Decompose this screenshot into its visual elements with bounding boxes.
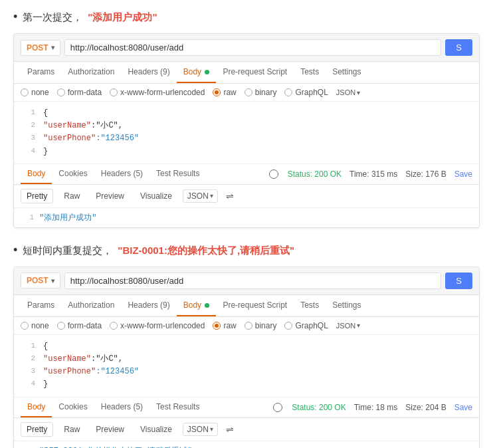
tab-body-1[interactable]: Body xyxy=(177,62,217,83)
radio-dot-urlencoded-2 xyxy=(110,322,118,330)
radio-dot-formdata-1 xyxy=(57,88,65,96)
save-link-2[interactable]: Save xyxy=(454,403,472,412)
tab-headers-2[interactable]: Headers (9) xyxy=(121,295,176,316)
bullet-2: • xyxy=(13,244,17,256)
send-button-1[interactable]: S xyxy=(445,39,472,56)
fmt-preview-2[interactable]: Preview xyxy=(90,423,130,436)
radio-dot-binary-2 xyxy=(245,322,252,330)
radio-urlencoded-1[interactable]: x-www-form-urlencoded xyxy=(110,88,205,97)
radio-dot-raw-1 xyxy=(213,88,221,96)
resp-tab-headers-1[interactable]: Headers (5) xyxy=(94,164,149,184)
tab-headers-1[interactable]: Headers (9) xyxy=(121,62,176,83)
save-link-1[interactable]: Save xyxy=(454,169,472,179)
fmt-raw-2[interactable]: Raw xyxy=(58,423,85,436)
url-bar-1: POST ▾ S xyxy=(14,34,479,62)
tab-authorization-2[interactable]: Authorization xyxy=(61,295,121,316)
radio-graphql-2[interactable]: GraphQL xyxy=(284,321,328,330)
bullet-1: • xyxy=(13,11,17,23)
fmt-visualize-1[interactable]: Visualize xyxy=(135,189,177,203)
resp-format-row-2: Pretty Raw Preview Visualize JSON ▾ ⇌ xyxy=(14,418,479,441)
radio-raw-1[interactable]: raw xyxy=(213,88,236,97)
filter-icon-2[interactable]: ⇌ xyxy=(226,424,234,435)
body-dot-2 xyxy=(205,303,209,308)
tab-settings-2[interactable]: Settings xyxy=(326,295,367,316)
filter-icon-1[interactable]: ⇌ xyxy=(226,191,234,201)
postman-panel-2: POST ▾ S Params Authorization Headers (9… xyxy=(13,267,480,448)
tab-prerequest-2[interactable]: Pre-request Script xyxy=(216,295,294,316)
code-line-2-1: 1 { xyxy=(14,340,479,353)
response-bar-1: Body Cookies Headers (5) Test Results St… xyxy=(14,164,479,185)
method-select-2[interactable]: POST ▾ xyxy=(21,273,60,288)
time-text-1: Time: 315 ms xyxy=(349,169,397,179)
radio-dot-raw-2 xyxy=(213,322,221,330)
resp-tab-testresults-2[interactable]: Test Results xyxy=(149,397,206,417)
resp-tab-cookies-1[interactable]: Cookies xyxy=(52,164,94,184)
url-input-1[interactable] xyxy=(64,39,442,56)
resp-tab-body-2[interactable]: Body xyxy=(21,397,52,417)
method-label-1: POST xyxy=(27,43,49,53)
request-tabs-1: Params Authorization Headers (9) Body Pr… xyxy=(14,62,479,84)
radio-formdata-2[interactable]: form-data xyxy=(57,321,102,330)
tab-tests-1[interactable]: Tests xyxy=(294,62,326,83)
method-select-1[interactable]: POST ▾ xyxy=(21,40,60,56)
body-type-row-1: none form-data x-www-form-urlencoded raw… xyxy=(14,84,479,102)
radio-urlencoded-2[interactable]: x-www-form-urlencoded xyxy=(110,321,205,330)
section2-header: • 短时间内重复提交， "BIZ-0001:您的操作太快了,请稍后重试" xyxy=(13,244,480,257)
result-line-2: 1 "BIZ-0001:您的操作太快了,请稍后重试" xyxy=(14,441,479,449)
body-dot-1 xyxy=(205,70,209,74)
globe-icon-2 xyxy=(273,403,282,412)
status-text-1: Status: 200 OK xyxy=(288,169,342,179)
json-chevron-2: ▾ xyxy=(357,322,360,329)
radio-dot-urlencoded-1 xyxy=(110,88,118,96)
tab-params-2[interactable]: Params xyxy=(21,295,61,316)
resp-json-badge-1[interactable]: JSON ▾ xyxy=(183,189,218,203)
resp-tab-headers-2[interactable]: Headers (5) xyxy=(94,397,149,417)
radio-graphql-1[interactable]: GraphQL xyxy=(284,88,328,97)
postman-panel-1: POST ▾ S Params Authorization Headers (9… xyxy=(13,33,480,228)
radio-binary-1[interactable]: binary xyxy=(245,88,277,97)
section2-label-plain: 短时间内重复提交， xyxy=(23,245,112,257)
resp-tab-testresults-1[interactable]: Test Results xyxy=(149,164,206,184)
resp-tab-body-1[interactable]: Body xyxy=(21,164,52,184)
fmt-pretty-1[interactable]: Pretty xyxy=(21,189,53,203)
resp-tab-cookies-2[interactable]: Cookies xyxy=(52,397,94,417)
json-badge-2[interactable]: JSON ▾ xyxy=(336,322,360,330)
radio-formdata-1[interactable]: form-data xyxy=(57,88,102,97)
radio-raw-2[interactable]: raw xyxy=(213,321,236,330)
tab-params-1[interactable]: Params xyxy=(21,62,61,83)
size-text-1: Size: 176 B xyxy=(405,169,446,179)
json-badge-1[interactable]: JSON ▾ xyxy=(336,88,360,96)
resp-json-badge-2[interactable]: JSON ▾ xyxy=(183,423,218,436)
method-chevron-1: ▾ xyxy=(51,44,54,51)
tab-authorization-1[interactable]: Authorization xyxy=(61,62,121,83)
url-input-2[interactable] xyxy=(64,273,442,289)
fmt-visualize-2[interactable]: Visualize xyxy=(135,423,177,436)
tab-settings-1[interactable]: Settings xyxy=(326,62,367,83)
fmt-preview-1[interactable]: Preview xyxy=(90,189,130,203)
tab-tests-2[interactable]: Tests xyxy=(294,295,326,316)
fmt-raw-1[interactable]: Raw xyxy=(58,189,85,203)
section-1: • 第一次提交， "添加用户成功" POST ▾ S Params Author… xyxy=(13,11,480,228)
radio-binary-2[interactable]: binary xyxy=(245,321,277,330)
radio-dot-none-1 xyxy=(21,88,29,96)
json-chevron-1: ▾ xyxy=(357,89,360,96)
radio-dot-graphql-1 xyxy=(284,88,292,96)
tab-prerequest-1[interactable]: Pre-request Script xyxy=(216,62,294,83)
body-type-row-2: none form-data x-www-form-urlencoded raw… xyxy=(14,317,479,335)
code-editor-2: 1 { 2 "userName":"小C", 3 "userPhone":"12… xyxy=(14,335,479,397)
radio-none-1[interactable]: none xyxy=(21,88,49,97)
code-line-1-4: 4 } xyxy=(14,146,479,158)
code-editor-1: 1 { 2 "userName":"小C", 3 "userPhone":"12… xyxy=(14,102,479,164)
resp-meta-2: Status: 200 OK Time: 18 ms Size: 204 B S… xyxy=(273,403,472,412)
request-tabs-2: Params Authorization Headers (9) Body Pr… xyxy=(14,295,479,317)
section1-label-plain: 第一次提交， xyxy=(23,11,82,24)
status-text-2: Status: 200 OK xyxy=(292,403,345,412)
radio-none-2[interactable]: none xyxy=(21,321,49,330)
send-button-2[interactable]: S xyxy=(445,273,472,289)
size-text-2: Size: 204 B xyxy=(405,403,446,412)
radio-dot-none-2 xyxy=(21,322,29,330)
method-chevron-2: ▾ xyxy=(51,277,54,284)
tab-body-2[interactable]: Body xyxy=(177,295,217,316)
fmt-pretty-2[interactable]: Pretty xyxy=(21,422,53,437)
resp-format-row-1: Pretty Raw Preview Visualize JSON ▾ ⇌ xyxy=(14,185,479,208)
